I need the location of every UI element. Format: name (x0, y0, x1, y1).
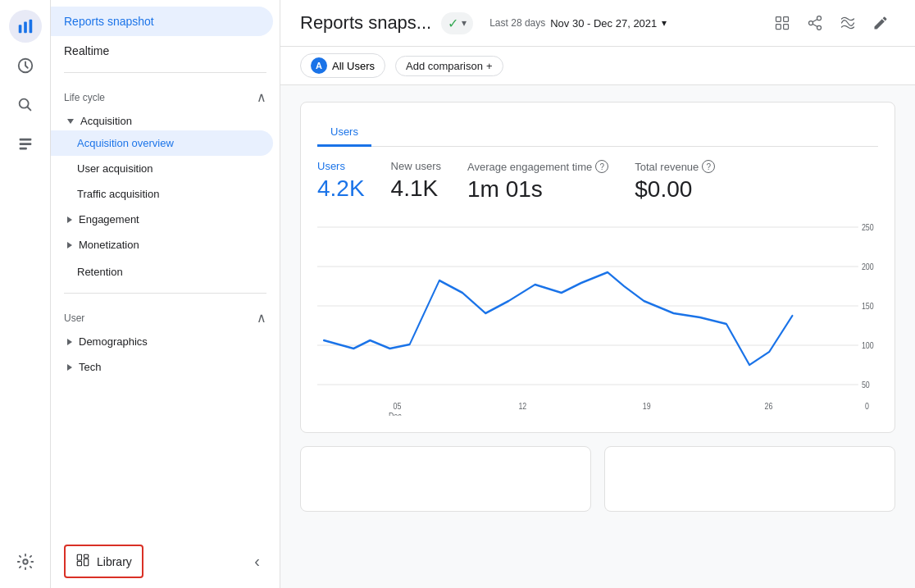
svg-rect-15 (776, 25, 781, 30)
filter-bar: A All Users Add comparison + (280, 47, 915, 85)
svg-text:200: 200 (862, 262, 874, 271)
status-check-icon: ✓ (448, 16, 458, 31)
main-card: Users Users 4.2K New users 4.1K (300, 102, 895, 433)
add-comparison-label: Add comparison (406, 60, 483, 72)
header-actions (767, 8, 895, 38)
bottom-card-2 (604, 446, 895, 512)
status-badge[interactable]: ✓ ▾ (441, 12, 473, 34)
metric-revenue-label: Total revenue ? (635, 160, 715, 173)
svg-rect-2 (29, 20, 32, 34)
search-nav-icon[interactable] (9, 89, 42, 121)
realtime-nav-icon[interactable] (9, 49, 42, 82)
user-section-label[interactable]: User ∧ (51, 300, 280, 329)
bar-chart-nav-icon[interactable] (9, 10, 42, 43)
metric-engagement-label: Average engagement time ? (467, 160, 608, 173)
add-icon: + (486, 60, 493, 72)
sidebar-item-acquisition[interactable]: Acquisition (51, 108, 280, 130)
date-dropdown-icon: ▾ (662, 17, 667, 29)
all-users-label: All Users (332, 60, 375, 72)
sidebar-item-tech[interactable]: Tech (51, 354, 273, 380)
lifecycle-chevron-icon: ∧ (257, 89, 266, 105)
share-icon[interactable] (800, 8, 830, 38)
svg-rect-10 (77, 562, 81, 566)
metric-users: Users 4.2K (317, 160, 365, 203)
metric-new-users: New users 4.1K (391, 160, 441, 203)
demographics-label: Demographics (79, 335, 148, 348)
metric-users-value: 4.2K (317, 175, 365, 202)
svg-rect-12 (84, 559, 89, 566)
metric-new-users-label: New users (391, 160, 441, 172)
date-range-value: Nov 30 - Dec 27, 2021 (550, 17, 657, 30)
svg-rect-0 (18, 25, 21, 33)
sidebar-collapse-button[interactable]: ‹ (248, 545, 266, 577)
monetization-label: Monetization (79, 239, 139, 251)
card-tabs: Users (317, 119, 878, 147)
acquisition-overview-label: Acquisition overview (77, 137, 174, 149)
metric-new-users-value: 4.1K (391, 175, 441, 202)
customize-report-icon[interactable] (767, 8, 797, 38)
svg-text:19: 19 (643, 401, 651, 411)
svg-rect-5 (19, 139, 31, 141)
svg-rect-6 (19, 143, 31, 145)
settings-nav-icon[interactable] (9, 545, 42, 578)
monetization-expand-icon (67, 242, 72, 248)
metric-users-label: Users (317, 160, 365, 172)
engagement-expand-icon (67, 217, 72, 223)
main-header: Reports snaps... ✓ ▾ Last 28 days Nov 30… (280, 0, 915, 47)
metric-revenue: Total revenue ? $0.00 (635, 160, 715, 203)
icon-rail (0, 0, 51, 588)
sidebar-item-user-acquisition[interactable]: User acquisition (51, 156, 273, 181)
tech-label: Tech (79, 361, 101, 373)
insights-icon[interactable] (833, 8, 863, 38)
sidebar-item-traffic-acquisition[interactable]: Traffic acquisition (51, 181, 273, 207)
sidebar-item-acquisition-overview[interactable]: Acquisition overview (51, 130, 273, 156)
sidebar-item-retention[interactable]: Retention (51, 258, 273, 286)
user-avatar: A (311, 57, 327, 74)
svg-text:05: 05 (394, 401, 402, 411)
svg-text:0: 0 (865, 401, 869, 411)
traffic-acquisition-label: Traffic acquisition (77, 188, 159, 200)
dropdown-chevron-icon: ▾ (462, 17, 467, 29)
svg-text:12: 12 (518, 401, 526, 411)
user-label: User (64, 312, 84, 324)
svg-rect-9 (77, 554, 81, 560)
library-button[interactable]: Library (64, 545, 143, 578)
line-chart: 250 200 150 100 50 0 05 Dec 12 19 26 (317, 219, 878, 416)
engagement-info-icon[interactable]: ? (595, 160, 608, 173)
svg-text:26: 26 (765, 401, 773, 411)
sidebar-item-realtime[interactable]: Realtime (51, 36, 273, 66)
svg-point-19 (817, 25, 822, 30)
svg-point-17 (817, 16, 822, 21)
realtime-label: Realtime (64, 44, 109, 57)
svg-text:100: 100 (862, 340, 874, 350)
svg-rect-16 (784, 25, 789, 30)
svg-text:250: 250 (862, 222, 874, 232)
svg-point-4 (19, 99, 28, 108)
svg-rect-1 (24, 22, 27, 34)
tab-users[interactable]: Users (317, 119, 371, 147)
revenue-info-icon[interactable]: ? (702, 160, 715, 173)
edit-icon[interactable] (866, 8, 895, 38)
svg-text:Dec: Dec (389, 411, 402, 416)
user-acquisition-label: User acquisition (77, 162, 153, 175)
metrics-row: Users 4.2K New users 4.1K Average engage… (317, 160, 878, 203)
sidebar-top: Reports snapshot Realtime Life cycle ∧ A… (51, 0, 280, 386)
svg-rect-7 (19, 148, 26, 150)
library-icon (75, 553, 90, 570)
library-label: Library (97, 555, 132, 568)
date-range-selector[interactable]: Last 28 days Nov 30 - Dec 27, 2021 ▾ (483, 14, 673, 33)
divider-2 (64, 293, 266, 294)
all-users-filter[interactable]: A All Users (300, 53, 385, 78)
sidebar-item-engagement[interactable]: Engagement (51, 207, 273, 232)
lifecycle-section-label[interactable]: Life cycle ∧ (51, 80, 280, 108)
svg-point-8 (23, 559, 28, 564)
sidebar: Reports snapshot Realtime Life cycle ∧ A… (51, 0, 280, 588)
sidebar-item-monetization[interactable]: Monetization (51, 232, 273, 258)
reports-nav-icon[interactable] (9, 128, 42, 161)
add-comparison-button[interactable]: Add comparison + (395, 56, 503, 76)
sidebar-item-reports-snapshot[interactable]: Reports snapshot (51, 7, 273, 36)
sidebar-item-demographics[interactable]: Demographics (51, 329, 273, 354)
metric-engagement: Average engagement time ? 1m 01s (467, 160, 608, 203)
main-content: Reports snaps... ✓ ▾ Last 28 days Nov 30… (280, 0, 915, 588)
date-label: Last 28 days (489, 17, 545, 29)
